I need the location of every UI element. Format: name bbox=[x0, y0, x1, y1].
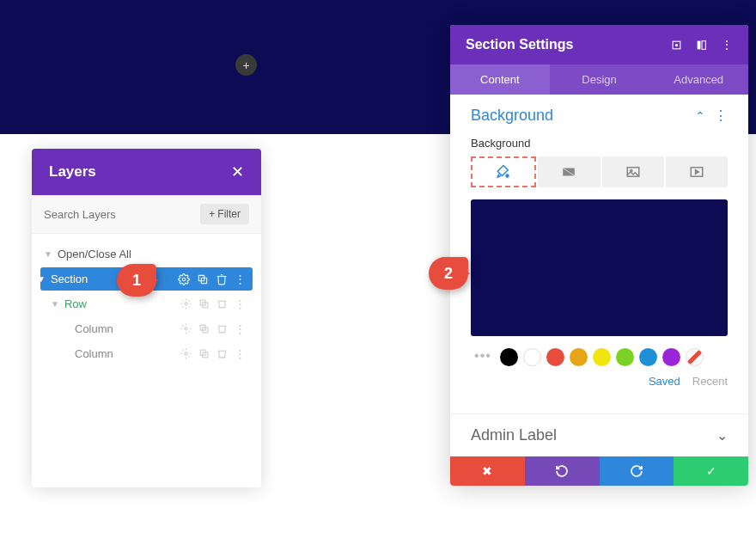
tab-content[interactable]: Content bbox=[450, 64, 550, 95]
chevron-down-icon: ▼ bbox=[51, 299, 59, 309]
color-swatch-none[interactable] bbox=[686, 348, 704, 366]
chevron-down-icon: ▼ bbox=[44, 249, 52, 259]
close-icon[interactable]: ✕ bbox=[231, 162, 244, 181]
layer-actions: ⋮ bbox=[178, 272, 246, 285]
more-icon[interactable]: ⋮ bbox=[235, 272, 246, 285]
filter-label: Filter bbox=[217, 208, 241, 220]
bg-type-video[interactable] bbox=[666, 156, 728, 187]
save-button[interactable]: ✓ bbox=[674, 456, 748, 486]
settings-title: Section Settings bbox=[466, 37, 573, 52]
settings-tabs: Content Design Advanced bbox=[450, 64, 748, 95]
layers-panel: Layers ✕ + Filter ▼ Open/Close All ▼ Sec… bbox=[32, 149, 261, 487]
color-swatch-white[interactable] bbox=[523, 348, 541, 366]
more-icon[interactable]: ⋮ bbox=[235, 322, 246, 335]
gear-icon[interactable] bbox=[178, 273, 190, 285]
gear-icon[interactable] bbox=[180, 323, 192, 334]
svg-rect-15 bbox=[702, 40, 705, 49]
duplicate-icon[interactable] bbox=[198, 298, 210, 309]
color-swatch-green[interactable] bbox=[616, 348, 634, 366]
svg-point-3 bbox=[185, 303, 187, 305]
color-swatch-yellow[interactable] bbox=[593, 348, 611, 366]
color-preview[interactable] bbox=[471, 199, 728, 336]
chevron-down-icon: ▼ bbox=[37, 274, 46, 284]
chevron-down-icon: ⌄ bbox=[716, 427, 728, 444]
more-icon[interactable]: ⋮ bbox=[235, 297, 246, 310]
layer-label: Column bbox=[75, 322, 180, 335]
admin-label-text: Admin Label bbox=[471, 426, 557, 444]
plus-icon: + bbox=[209, 208, 215, 220]
saved-link[interactable]: Saved bbox=[649, 375, 680, 388]
layers-search-bar: + Filter bbox=[32, 195, 261, 234]
color-swatch-black[interactable] bbox=[500, 348, 518, 366]
callout-number: 2 bbox=[444, 265, 453, 283]
layout-icon[interactable] bbox=[696, 40, 707, 51]
section-header-icons: ⌃ ⋮ bbox=[695, 107, 728, 124]
bg-type-tabs bbox=[471, 156, 728, 187]
color-swatch-purple[interactable] bbox=[662, 348, 680, 366]
svg-point-0 bbox=[182, 278, 186, 281]
svg-point-13 bbox=[675, 44, 677, 46]
color-swatch-red[interactable] bbox=[546, 348, 564, 366]
duplicate-icon[interactable] bbox=[197, 273, 209, 285]
add-section-button[interactable]: + bbox=[235, 54, 257, 76]
background-label: Background bbox=[471, 137, 728, 150]
svg-point-9 bbox=[185, 352, 187, 355]
layer-row-column[interactable]: Column ⋮ bbox=[68, 317, 253, 340]
layer-actions: ⋮ bbox=[180, 322, 246, 335]
more-icon[interactable]: ⋮ bbox=[721, 38, 733, 52]
more-colors-icon[interactable]: ••• bbox=[471, 348, 495, 366]
callout-number: 1 bbox=[132, 272, 141, 290]
recent-link[interactable]: Recent bbox=[692, 375, 728, 388]
color-swatches: ••• bbox=[471, 348, 728, 366]
cancel-button[interactable]: ✖ bbox=[450, 456, 525, 486]
gear-icon[interactable] bbox=[180, 348, 192, 359]
svg-point-16 bbox=[506, 175, 509, 177]
trash-icon[interactable] bbox=[216, 323, 228, 334]
layer-label: Row bbox=[64, 297, 180, 310]
expand-icon[interactable] bbox=[671, 40, 682, 51]
color-swatch-blue[interactable] bbox=[639, 348, 657, 366]
bg-type-gradient[interactable] bbox=[538, 156, 600, 187]
more-icon[interactable]: ⋮ bbox=[235, 347, 246, 360]
layer-label: Column bbox=[75, 347, 180, 360]
settings-header: Section Settings ⋮ bbox=[450, 25, 748, 64]
undo-button[interactable] bbox=[525, 456, 600, 486]
trash-icon[interactable] bbox=[216, 298, 228, 309]
trash-icon[interactable] bbox=[216, 348, 228, 359]
layer-row-row[interactable]: ▼ Row ⋮ bbox=[54, 292, 253, 315]
settings-header-icons: ⋮ bbox=[671, 38, 733, 52]
callout-marker-1: 1 bbox=[117, 264, 156, 297]
section-settings-panel: Section Settings ⋮ Content Design Advanc… bbox=[450, 25, 748, 486]
admin-label-row[interactable]: Admin Label ⌄ bbox=[450, 413, 748, 456]
section-header: Background ⌃ ⋮ bbox=[471, 107, 728, 125]
svg-rect-14 bbox=[698, 40, 701, 49]
filter-button[interactable]: + Filter bbox=[200, 204, 249, 224]
chevron-up-icon[interactable]: ⌃ bbox=[695, 109, 705, 123]
layers-title: Layers bbox=[49, 163, 96, 181]
layers-header: Layers ✕ bbox=[32, 149, 261, 195]
layer-row-column[interactable]: Column ⋮ bbox=[68, 342, 253, 365]
color-links: Saved Recent bbox=[471, 375, 728, 388]
layer-actions: ⋮ bbox=[180, 297, 246, 310]
svg-point-6 bbox=[185, 328, 187, 330]
callout-marker-2: 2 bbox=[429, 257, 468, 290]
settings-footer: ✖ ✓ bbox=[450, 456, 748, 486]
bg-type-color[interactable] bbox=[471, 156, 536, 187]
open-close-all[interactable]: ▼ Open/Close All bbox=[40, 242, 253, 266]
bg-type-image[interactable] bbox=[602, 156, 664, 187]
open-close-label: Open/Close All bbox=[58, 248, 131, 260]
layer-actions: ⋮ bbox=[180, 347, 246, 360]
duplicate-icon[interactable] bbox=[198, 323, 210, 334]
redo-button[interactable] bbox=[600, 456, 674, 486]
gear-icon[interactable] bbox=[180, 298, 192, 309]
background-section: Background ⌃ ⋮ Background bbox=[450, 95, 748, 400]
svg-marker-21 bbox=[695, 170, 698, 175]
section-title: Background bbox=[471, 107, 553, 125]
more-icon[interactable]: ⋮ bbox=[714, 107, 728, 124]
tab-advanced[interactable]: Advanced bbox=[649, 64, 748, 95]
search-input[interactable] bbox=[44, 204, 193, 224]
color-swatch-orange[interactable] bbox=[570, 348, 588, 366]
duplicate-icon[interactable] bbox=[198, 348, 210, 359]
tab-design[interactable]: Design bbox=[550, 64, 649, 95]
trash-icon[interactable] bbox=[216, 273, 228, 285]
